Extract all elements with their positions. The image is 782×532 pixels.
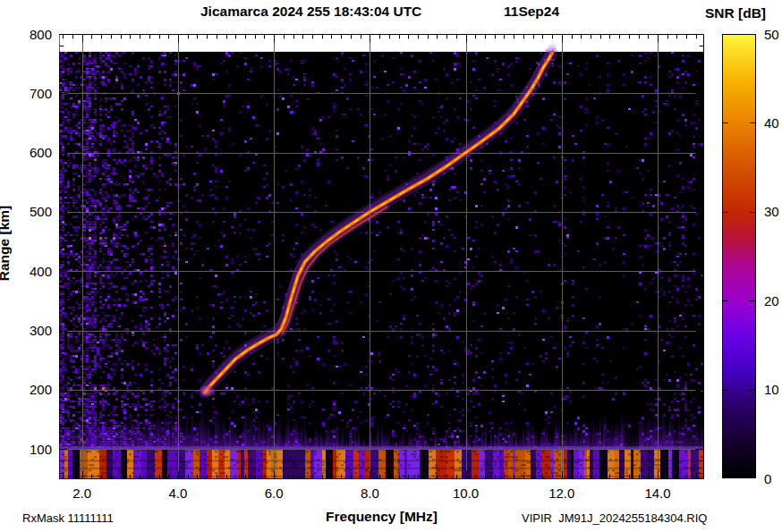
y-tick-label: 100 [13,442,52,457]
ionogram-heatmap [59,34,704,479]
y-tick-label: 600 [13,145,52,160]
y-tick-label: 800 [13,27,52,42]
snr-colorbar [722,34,756,478]
page-title: Jicamarca 2024 255 18:43:04 UTC [200,4,421,20]
colorbar-tick [750,212,756,213]
y-tick-label: 300 [13,323,52,338]
x-axis-title: Frequency [MHz] [319,509,445,525]
colorbar-tick [722,212,728,213]
colorbar-tick-label: 20 [764,293,779,308]
colorbar-tick [722,390,728,391]
x-tick-label: 12.0 [539,486,585,501]
x-tick-label: 14.0 [634,486,681,501]
x-tick-label: 4.0 [155,486,201,501]
y-tick-label: 700 [13,86,52,101]
plot-area [59,34,704,479]
colorbar-tick [750,300,756,301]
x-tick-label: 8.0 [346,486,393,501]
date-label: 11Sep24 [504,4,559,20]
ionogram-page: Jicamarca 2024 255 18:43:04 UTC 11Sep24 … [0,0,782,532]
colorbar-tick-label: 30 [764,204,779,219]
rxmask-label: RxMask 11111111 [22,511,114,525]
colorbar-tick-label: 0 [764,471,771,486]
filename-label: VIPIR JM91J_2024255184304.RIQ [522,511,707,525]
y-tick-label: 400 [13,264,52,279]
y-tick-label: 200 [13,382,52,397]
x-tick-label: 2.0 [59,486,106,501]
colorbar-tick-label: 50 [764,27,779,42]
colorbar-tick [750,122,756,123]
colorbar-tick [750,390,756,391]
colorbar-tick-label: 40 [764,115,779,131]
x-tick-label: 10.0 [443,486,489,501]
colorbar-title: SNR [dB] [705,5,766,21]
y-axis-title: Range [km] [0,206,13,281]
colorbar-tick [722,300,728,301]
colorbar-tick [722,122,728,123]
x-tick-label: 6.0 [251,486,297,501]
colorbar-tick-label: 10 [764,382,779,397]
y-tick-label: 500 [13,204,52,219]
